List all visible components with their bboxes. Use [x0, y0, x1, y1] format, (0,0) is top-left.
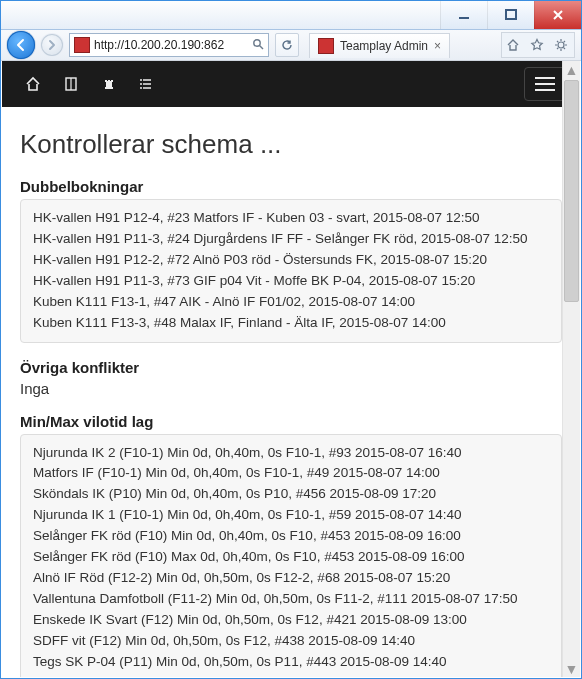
browser-back-button[interactable] [7, 31, 35, 59]
list-item: Alnö IF Röd (F12-2) Min 0d, 0h,50m, 0s F… [33, 568, 549, 589]
nav-book-icon[interactable] [54, 67, 88, 101]
browser-refresh-button[interactable] [275, 33, 299, 57]
svg-line-3 [260, 45, 264, 49]
rest-time-panel: Njurunda IK 2 (F10-1) Min 0d, 0h,40m, 0s… [20, 434, 562, 677]
browser-viewport: Kontrollerar schema ... Dubbelbokningar … [2, 61, 580, 677]
list-item: Njurunda IK 1 (F10-1) Min 0d, 0h,40m, 0s… [33, 505, 549, 526]
browser-command-bar [501, 32, 575, 58]
search-icon[interactable] [252, 38, 264, 53]
browser-forward-button[interactable] [41, 34, 63, 56]
app-navbar [2, 61, 580, 107]
list-item: Sundsvalls FF F0304 (F12-4) Min 0d, 0h,5… [33, 673, 549, 677]
favorites-icon[interactable] [526, 34, 548, 56]
list-item: HK-vallen H91 P11-3, #24 Djurgårdens IF … [33, 229, 549, 250]
home-icon[interactable] [502, 34, 524, 56]
other-conflicts-value: Inga [20, 380, 562, 397]
list-item: HK-vallen H91 P12-4, #23 Matfors IF - Ku… [33, 208, 549, 229]
browser-url: http://10.200.20.190:862 [94, 38, 248, 52]
favicon-icon [74, 37, 90, 53]
window: http://10.200.20.190:862 Teamplay Admin … [0, 0, 582, 679]
list-item: Kuben K111 F13-1, #47 AIK - Alnö IF F01/… [33, 292, 549, 313]
svg-point-8 [140, 83, 142, 85]
list-item: Kuben K111 F13-3, #48 Malax IF, Finland … [33, 313, 549, 334]
list-item: Vallentuna Damfotboll (F11-2) Min 0d, 0h… [33, 589, 549, 610]
list-item: Njurunda IK 2 (F10-1) Min 0d, 0h,40m, 0s… [33, 443, 549, 464]
svg-rect-0 [459, 17, 469, 19]
browser-address-bar[interactable]: http://10.200.20.190:862 [69, 33, 269, 57]
nav-list-icon[interactable] [130, 67, 164, 101]
tools-icon[interactable] [550, 34, 572, 56]
favicon-icon [318, 38, 334, 54]
window-close-button[interactable] [534, 1, 581, 29]
window-maximize-button[interactable] [487, 1, 534, 29]
list-item: Sköndals IK (P10) Min 0d, 0h,40m, 0s P10… [33, 484, 549, 505]
page-title: Kontrollerar schema ... [20, 129, 562, 160]
window-titlebar [1, 1, 581, 30]
list-item: Selånger FK röd (F10) Min 0d, 0h,40m, 0s… [33, 526, 549, 547]
list-item: Enskede IK Svart (F12) Min 0d, 0h,50m, 0… [33, 610, 549, 631]
nav-menu-toggle[interactable] [524, 67, 566, 101]
list-item: HK-vallen H91 P11-3, #73 GIF p04 Vit - M… [33, 271, 549, 292]
double-bookings-panel: HK-vallen H91 P12-4, #23 Matfors IF - Ku… [20, 199, 562, 343]
svg-point-9 [140, 87, 142, 89]
browser-tab-title: Teamplay Admin [340, 39, 428, 53]
section-heading-rest-time: Min/Max vilotid lag [20, 413, 562, 430]
section-heading-double-bookings: Dubbelbokningar [20, 178, 562, 195]
list-item: HK-vallen H91 P12-2, #72 Alnö P03 röd - … [33, 250, 549, 271]
nav-home-icon[interactable] [16, 67, 50, 101]
window-minimize-button[interactable] [440, 1, 487, 29]
list-item: Tegs SK P-04 (P11) Min 0d, 0h,50m, 0s P1… [33, 652, 549, 673]
list-item: Matfors IF (F10-1) Min 0d, 0h,40m, 0s F1… [33, 463, 549, 484]
vertical-scrollbar[interactable]: ▲ ▼ [562, 61, 580, 677]
svg-point-7 [140, 79, 142, 81]
list-item: Selånger FK röd (F10) Max 0d, 0h,40m, 0s… [33, 547, 549, 568]
scroll-down-icon[interactable]: ▼ [563, 660, 580, 677]
scroll-up-icon[interactable]: ▲ [563, 61, 580, 78]
tab-close-icon[interactable]: × [434, 39, 441, 53]
svg-rect-1 [506, 10, 516, 19]
browser-tab[interactable]: Teamplay Admin × [309, 33, 450, 58]
section-heading-other-conflicts: Övriga konflikter [20, 359, 562, 376]
scroll-thumb[interactable] [564, 80, 579, 302]
page-body: Kontrollerar schema ... Dubbelbokningar … [2, 107, 580, 677]
svg-point-4 [558, 42, 564, 48]
svg-point-2 [254, 39, 260, 45]
nav-rook-icon[interactable] [92, 67, 126, 101]
browser-toolbar: http://10.200.20.190:862 Teamplay Admin … [1, 30, 581, 61]
list-item: SDFF vit (F12) Min 0d, 0h,50m, 0s F12, #… [33, 631, 549, 652]
